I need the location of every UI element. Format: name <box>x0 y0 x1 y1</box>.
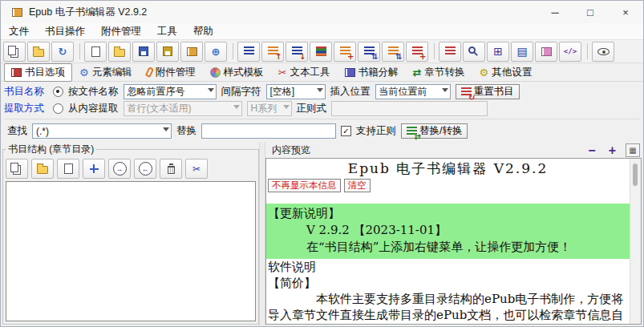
toc-add-item-button[interactable] <box>334 42 356 62</box>
tab-book-split[interactable]: 书籍分解 <box>338 63 406 82</box>
toc-insert-above-button[interactable] <box>261 42 284 62</box>
image-grid-icon: ▦ <box>629 146 636 155</box>
regex-support-checkbox[interactable]: ✓ <box>341 126 351 136</box>
tab-attachment-manage[interactable]: 附件管理 <box>140 63 203 82</box>
extract-mode-select[interactable]: 首行(文本适用) <box>124 101 242 116</box>
chapter-list-button[interactable] <box>439 42 461 62</box>
toc-plus-item-button[interactable] <box>406 42 428 62</box>
settings-gear-icon: ⚙ <box>479 67 488 79</box>
gap-value: [空格] <box>270 85 295 99</box>
name-mode-value: 忽略前置序号 <box>128 85 185 99</box>
save-file-button[interactable] <box>132 42 155 62</box>
maximize-button[interactable]: □ <box>573 1 608 23</box>
replace-convert-icon <box>407 127 417 136</box>
tab-label: 其他设置 <box>492 66 532 79</box>
table-icon: ⊞ <box>493 45 503 58</box>
clear-button[interactable]: 清空 <box>344 179 371 192</box>
toolbar-separator <box>587 43 588 59</box>
open-folder-button[interactable] <box>108 42 131 62</box>
tab-label: 元素编辑 <box>92 66 132 79</box>
book-attachments-button[interactable] <box>535 42 557 62</box>
replace-input[interactable] <box>201 123 336 139</box>
refresh-document-button[interactable]: ↻ <box>51 42 74 62</box>
menu-book-operations[interactable]: 书目操作 <box>37 23 93 40</box>
gear-icon: ⚙ <box>79 67 89 79</box>
tab-style-template[interactable]: 样式模板 <box>203 63 271 82</box>
toc-list-box[interactable] <box>6 181 256 321</box>
panel-splitter[interactable] <box>259 142 265 326</box>
chevron-down-icon <box>163 127 169 131</box>
find-value: (.*) <box>36 126 49 137</box>
toc-merge-items-icon <box>364 46 375 56</box>
preview-scrollbar[interactable] <box>630 159 641 324</box>
document-rows-button[interactable]: ▤ <box>511 42 533 62</box>
save-as-file-button[interactable] <box>156 42 179 62</box>
menu-attachment-manage[interactable]: 附件管理 <box>93 23 149 40</box>
toc-merge-items-button[interactable] <box>358 42 380 62</box>
find-combobox[interactable]: (.*) <box>32 123 172 139</box>
new-document-button[interactable] <box>84 42 107 62</box>
font-smaller-button[interactable]: − <box>581 144 601 157</box>
hide-info-button[interactable]: 不再显示本信息 <box>268 179 341 192</box>
name-mode-select[interactable]: 忽略前置序号 <box>124 84 217 99</box>
menu-tools[interactable]: 工具 <box>149 23 185 40</box>
image-toggle-button[interactable]: ▦ <box>626 143 640 157</box>
toc-sort-levels-button[interactable] <box>310 42 332 62</box>
description-line: 软件说明 <box>268 259 630 275</box>
paste-into-folder-button[interactable] <box>27 42 50 62</box>
reset-booklist-icon <box>461 87 472 97</box>
book-options-icon <box>11 68 22 77</box>
search-chapters-button[interactable] <box>463 42 485 62</box>
close-button[interactable]: × <box>608 1 643 23</box>
menu-help[interactable]: 帮助 <box>185 23 221 40</box>
scrollbar-thumb[interactable] <box>633 164 638 186</box>
menu-file[interactable]: 文件 <box>1 23 37 40</box>
preview-eye-button[interactable] <box>592 42 614 62</box>
font-larger-button[interactable]: + <box>602 144 622 157</box>
search-icon <box>468 46 476 54</box>
replace-convert-button[interactable]: 替换/转换 <box>401 123 468 139</box>
preview-box: Epub 电子书编辑器 V2.9.2 不再显示本信息 清空 【更新说明】 V 2… <box>265 158 642 325</box>
copy-pages-button[interactable] <box>3 42 26 62</box>
table-view-button[interactable]: ⊞ <box>487 42 509 62</box>
minimize-button[interactable]: ─ <box>537 1 573 23</box>
gap-select[interactable]: [空格] <box>266 84 326 99</box>
toc-paste-folder-button[interactable] <box>31 159 54 179</box>
toc-indent-right-button[interactable]: → <box>108 159 131 179</box>
export-epub-button[interactable]: ⊕ <box>205 42 227 62</box>
toc-copy-button[interactable] <box>6 159 28 179</box>
tab-label: 样式模板 <box>224 66 264 79</box>
from-content-label: 从内容提取 <box>68 102 119 115</box>
tab-book-options[interactable]: 书目选项 <box>4 63 72 82</box>
toc-append-item-button[interactable] <box>382 42 404 62</box>
preview-content: Epub 电子书编辑器 V2.9.2 不再显示本信息 清空 【更新说明】 V 2… <box>266 159 630 324</box>
from-content-radio[interactable] <box>53 103 63 114</box>
position-select[interactable]: 当前位置前 <box>375 84 451 99</box>
toc-indent-left-button[interactable]: ← <box>134 159 156 179</box>
search-row: 查找 (.*) 替换 ✓ 支持正则 替换/转换 <box>4 119 640 141</box>
tab-other-settings[interactable]: ⚙其他设置 <box>472 63 539 82</box>
arrow-right-circle-icon: → <box>113 162 127 176</box>
regex-input[interactable] <box>331 101 488 116</box>
save-book-button[interactable] <box>180 42 203 62</box>
toc-list-button[interactable] <box>237 42 260 62</box>
toc-delete-button[interactable] <box>160 159 182 179</box>
tab-chapter-convert[interactable]: ⇄章节转换 <box>406 63 472 82</box>
arrow-left-circle-icon: ← <box>139 162 152 176</box>
toc-move-item-button[interactable] <box>83 159 105 179</box>
toc-plus-item-icon <box>412 46 423 56</box>
toc-new-item-button[interactable] <box>57 159 79 179</box>
h-series-select[interactable]: H系列 <box>247 101 292 116</box>
source-code-button[interactable]: </> <box>559 42 581 62</box>
tab-element-edit[interactable]: ⚙元素编辑 <box>72 63 140 82</box>
new-item-icon <box>64 164 73 174</box>
toc-tools-button[interactable]: ✂ <box>185 159 208 179</box>
tab-text-tools[interactable]: ✂文本工具 <box>271 63 338 82</box>
book-attachments-icon <box>541 47 552 56</box>
name-row-label: 书目名称 <box>4 85 48 99</box>
by-filename-radio[interactable] <box>53 87 63 97</box>
extract-row-label: 提取方式 <box>4 102 48 115</box>
reset-booklist-button[interactable]: 重置书目 <box>456 84 520 99</box>
toc-insert-below-button[interactable] <box>286 42 308 62</box>
arrow-left-icon: ← <box>142 165 149 173</box>
